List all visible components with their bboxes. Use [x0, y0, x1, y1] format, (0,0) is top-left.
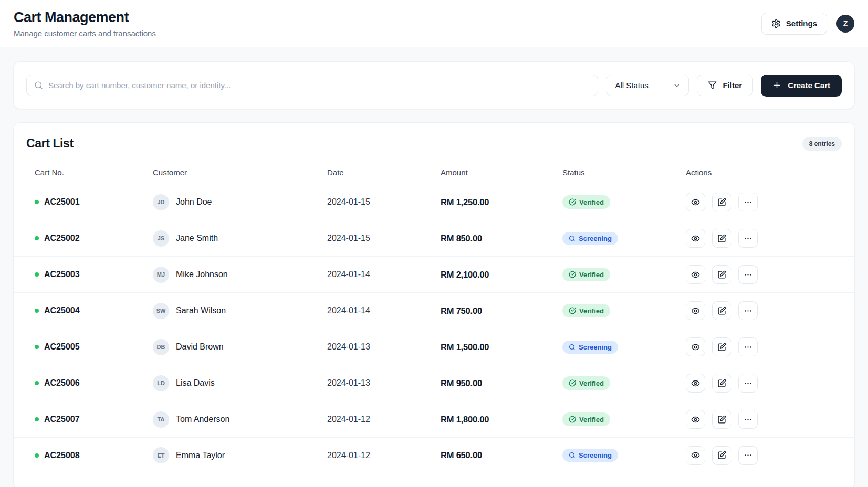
view-button[interactable]: [686, 265, 705, 284]
status-cell: Screening: [562, 232, 686, 245]
status-badge-label: Verified: [579, 308, 604, 314]
status-badge: Screening: [562, 341, 618, 354]
active-status-dot: [35, 200, 39, 204]
date-cell: 2024-01-14: [327, 270, 441, 279]
date-cell: 2024-01-13: [327, 378, 441, 388]
edit-button[interactable]: [712, 337, 731, 356]
customer-avatar: DB: [153, 339, 169, 355]
customer-avatar: TA: [153, 411, 169, 428]
table-row[interactable]: AC25003 MJ Mike Johnson 2024-01-14 RM 2,…: [14, 256, 854, 292]
edit-icon: [717, 198, 726, 207]
check-circle-icon: [569, 416, 576, 423]
edit-button[interactable]: [712, 265, 731, 284]
active-status-dot: [35, 417, 39, 421]
page-title: Cart Management: [14, 9, 156, 26]
status-filter-select[interactable]: All Status: [606, 75, 689, 96]
customer-cell: LD Lisa Davis: [153, 375, 327, 391]
check-circle-icon: [569, 379, 576, 387]
customer-cell: SW Sarah Wilson: [153, 303, 327, 319]
date-cell: 2024-01-12: [327, 451, 441, 460]
status-badge-label: Screening: [579, 344, 612, 351]
column-header-date: Date: [327, 168, 441, 177]
column-header-cart-no: Cart No.: [35, 168, 153, 177]
more-actions-button[interactable]: [738, 265, 758, 284]
more-actions-button[interactable]: [738, 193, 758, 211]
filter-button[interactable]: Filter: [697, 75, 753, 96]
cart-list-title: Cart List: [26, 136, 74, 151]
table-row[interactable]: AC25008 ET Emma Taylor 2024-01-12 RM 650…: [14, 437, 854, 473]
active-status-dot: [35, 453, 39, 458]
more-actions-button[interactable]: [738, 337, 758, 356]
status-badge: Screening: [562, 232, 618, 245]
edit-icon: [717, 451, 726, 460]
ellipsis-icon: [744, 270, 752, 279]
eye-icon: [691, 415, 700, 424]
view-button[interactable]: [686, 337, 705, 356]
cart-no-cell: AC25007: [35, 415, 153, 424]
cart-no-cell: AC25002: [35, 234, 153, 243]
search-small-icon: [569, 235, 576, 242]
toolbar-card: All Status Filter Create Cart: [13, 61, 855, 109]
customer-avatar: JS: [153, 230, 169, 247]
check-circle-icon: [569, 271, 576, 278]
table-row[interactable]: AC25002 JS Jane Smith 2024-01-15 RM 850.…: [14, 220, 854, 256]
active-status-dot: [35, 272, 39, 277]
cart-list-card: Cart List 8 entries Cart No. Customer Da…: [13, 122, 855, 487]
view-button[interactable]: [686, 229, 705, 248]
status-cell: Verified: [562, 412, 686, 426]
edit-button[interactable]: [712, 193, 731, 211]
more-actions-button[interactable]: [738, 229, 758, 248]
column-header-status: Status: [562, 168, 686, 177]
edit-button[interactable]: [712, 374, 731, 393]
date-cell: 2024-01-15: [327, 234, 441, 243]
edit-icon: [717, 379, 726, 388]
cart-no-cell: AC25004: [35, 306, 153, 315]
table-row[interactable]: AC25007 TA Tom Anderson 2024-01-12 RM 1,…: [14, 401, 854, 437]
column-header-customer: Customer: [153, 168, 327, 177]
ellipsis-icon: [744, 451, 752, 460]
customer-cell: JD John Doe: [153, 194, 327, 210]
cart-number: AC25006: [44, 378, 80, 388]
ellipsis-icon: [744, 306, 752, 315]
edit-button[interactable]: [712, 446, 731, 465]
edit-button[interactable]: [712, 229, 731, 248]
view-button[interactable]: [686, 410, 705, 429]
amount-cell: RM 2,100.00: [441, 270, 562, 280]
table-row[interactable]: AC25005 DB David Brown 2024-01-13 RM 1,5…: [14, 329, 854, 365]
customer-cell: MJ Mike Johnson: [153, 267, 327, 283]
ellipsis-icon: [744, 379, 752, 388]
edit-icon: [717, 270, 726, 279]
filter-button-label: Filter: [723, 81, 742, 90]
cart-number: AC25001: [44, 197, 80, 207]
ellipsis-icon: [744, 198, 752, 207]
status-badge: Verified: [562, 376, 610, 390]
edit-button[interactable]: [712, 410, 731, 429]
edit-button[interactable]: [712, 301, 731, 320]
view-button[interactable]: [686, 193, 705, 211]
view-button[interactable]: [686, 374, 705, 393]
table-row[interactable]: AC25001 JD John Doe 2024-01-15 RM 1,250.…: [14, 184, 854, 220]
status-cell: Verified: [562, 195, 686, 209]
table-header-row: Cart No. Customer Date Amount Status Act…: [14, 161, 854, 184]
search-box[interactable]: [26, 75, 598, 96]
check-circle-icon: [569, 198, 576, 206]
actions-cell: [686, 446, 842, 465]
view-button[interactable]: [686, 301, 705, 320]
cart-no-cell: AC25005: [35, 342, 153, 352]
settings-button[interactable]: Settings: [761, 13, 827, 35]
more-actions-button[interactable]: [738, 301, 758, 320]
more-actions-button[interactable]: [738, 374, 758, 393]
more-actions-button[interactable]: [738, 410, 758, 429]
status-cell: Screening: [562, 341, 686, 354]
customer-name: David Brown: [176, 342, 224, 352]
table-row[interactable]: AC25006 LD Lisa Davis 2024-01-13 RM 950.…: [14, 365, 854, 401]
view-button[interactable]: [686, 446, 705, 465]
user-avatar[interactable]: Z: [836, 15, 854, 33]
customer-avatar: JD: [153, 194, 169, 210]
cart-no-cell: AC25006: [35, 378, 153, 388]
more-actions-button[interactable]: [738, 446, 758, 465]
table-row[interactable]: AC25004 SW Sarah Wilson 2024-01-14 RM 75…: [14, 292, 854, 329]
cart-no-cell: AC25001: [35, 197, 153, 207]
create-cart-button[interactable]: Create Cart: [761, 75, 842, 97]
search-input[interactable]: [48, 81, 590, 90]
